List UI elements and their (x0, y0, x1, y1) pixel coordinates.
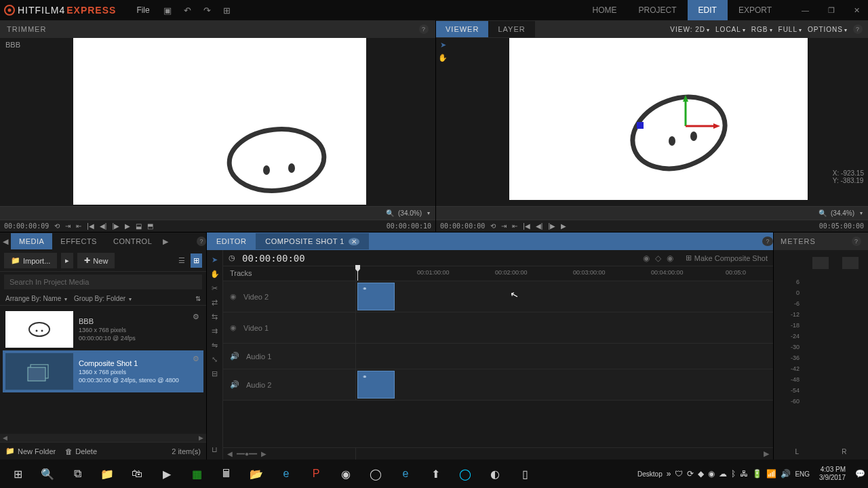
hand-tool-icon[interactable]: ✋ (438, 54, 448, 62)
tray-app1-icon[interactable]: ◆ (698, 469, 704, 479)
viewer-zoom-value[interactable]: (34.4%) (831, 209, 854, 217)
tl-snap-tool-icon[interactable]: ⊟ (212, 369, 218, 378)
trimmer-zoom-chevron-icon[interactable]: ▾ (427, 210, 430, 216)
video-app-icon[interactable]: ▶ (152, 462, 182, 486)
viewer-prev-icon[interactable]: |◀ (523, 222, 530, 230)
delete-button[interactable]: 🗑 Delete (65, 447, 97, 455)
track-visibility-icon[interactable]: ◉ (230, 323, 237, 332)
meters-help-icon[interactable]: ? (852, 237, 861, 246)
close-tab-icon[interactable]: ✕ (349, 238, 360, 245)
tab-project[interactable]: PROJECT (628, 0, 688, 20)
tray-clock[interactable]: 4:03 PM 3/9/2017 (814, 466, 851, 482)
media-scroll-left-icon[interactable]: ◀ (3, 434, 7, 441)
new-button[interactable]: ✚ New (77, 253, 115, 268)
trimmer-tc-right[interactable]: 00:00:00:10 (387, 222, 431, 230)
tray-sync-icon[interactable]: ⟳ (687, 469, 694, 479)
thumb-view-icon[interactable]: ⊞ (191, 253, 202, 268)
sort-dir-icon[interactable]: ⇅ (195, 295, 201, 302)
timeline-ruler[interactable]: 00:01:00:00 00:02:00:00 00:03:00:00 00:0… (356, 266, 773, 281)
media-item-bbb[interactable]: BBB 1360 x 768 pixels 00:00:00:10 @ 24fp… (3, 308, 203, 350)
track-lane[interactable]: ⚭ (356, 281, 773, 312)
track-name[interactable]: Audio 1 (246, 352, 271, 361)
tl-zoom-out-icon[interactable]: ◀ (227, 450, 233, 458)
tl-slip-tool-icon[interactable]: ⇄ (212, 298, 218, 307)
playhead[interactable] (357, 266, 358, 281)
trimmer-stepfwd-icon[interactable]: |▶ (112, 222, 119, 230)
tab-edit[interactable]: EDIT (688, 0, 728, 20)
media-item-gear-icon[interactable]: ⚙ (191, 353, 201, 365)
trimmer-prev-icon[interactable]: |◀ (87, 222, 94, 230)
select-tool-icon[interactable]: ➤ (440, 41, 446, 49)
folder-icon[interactable]: 📂 (241, 462, 271, 486)
viewer-loop-icon[interactable]: ⟲ (490, 222, 496, 230)
trimmer-zoom-search-icon[interactable]: 🔍 (386, 209, 394, 217)
desktop-toolbar[interactable]: Desktop (637, 470, 663, 478)
prev-key-icon[interactable]: ◉ (643, 253, 650, 263)
editor-tab[interactable]: EDITOR (207, 233, 256, 249)
trimmer-loop-icon[interactable]: ⟲ (54, 222, 60, 230)
clip[interactable]: ⚭ (357, 371, 395, 399)
track-lane[interactable] (356, 344, 773, 369)
media-scroll-right-icon[interactable]: ▶ (199, 434, 203, 441)
trimmer-out-icon[interactable]: ⇤ (76, 222, 81, 230)
trimmer-overlay-icon[interactable]: ⬒ (147, 222, 153, 230)
app-icon[interactable]: ◐ (480, 462, 510, 486)
viewer-help-icon[interactable]: ? (853, 24, 863, 34)
store-icon[interactable]: 🛍 (122, 462, 152, 486)
undo-icon[interactable]: ↶ (184, 5, 191, 16)
tray-lang[interactable]: ENG (795, 470, 810, 478)
tl-slice-tool-icon[interactable]: ✂ (212, 284, 218, 293)
cortana-icon[interactable]: ◯ (450, 462, 480, 486)
redo-icon[interactable]: ↷ (203, 5, 211, 16)
trimmer-tc-left[interactable]: 00:00:00:09 (4, 222, 49, 230)
save-icon[interactable]: ▣ (163, 5, 172, 16)
edge-icon[interactable]: e (271, 462, 301, 486)
viewer-zoom-chevron-icon[interactable]: ▾ (860, 210, 863, 216)
trimmer-play-icon[interactable]: ▶ (125, 222, 130, 230)
trimmer-stepback-icon[interactable]: ◀| (100, 222, 107, 230)
up-icon[interactable]: ⬆ (420, 462, 450, 486)
viewer-zoom-search-icon[interactable]: 🔍 (818, 209, 827, 217)
viewer-tc-left[interactable]: 00:00:00:00 (440, 222, 485, 230)
tray-net-icon[interactable]: 🖧 (740, 469, 748, 479)
viewer-tc-right[interactable]: 00:05:00:00 (819, 222, 864, 230)
arrange-dropdown[interactable]: Arrange By: Name ▾ (5, 295, 67, 302)
viewer-tab[interactable]: VIEWER (436, 21, 488, 37)
start-button[interactable]: ⊞ (3, 462, 33, 486)
media-tabs-right-icon[interactable]: ▶ (160, 237, 171, 246)
trimmer-in-icon[interactable]: ⇥ (65, 222, 71, 230)
tl-ripple-tool-icon[interactable]: ⇉ (212, 327, 218, 336)
viewer-stepback-icon[interactable]: ◀| (536, 222, 543, 230)
quality-dropdown[interactable]: FULL▾ (778, 26, 802, 33)
control-tab[interactable]: CONTROL (105, 233, 160, 249)
media-item-gear-icon[interactable]: ⚙ (191, 311, 201, 323)
obs-icon[interactable]: ◉ (331, 462, 361, 486)
explorer-icon[interactable]: 📁 (92, 462, 122, 486)
maximize-icon[interactable]: ❐ (823, 3, 840, 18)
view-mode-dropdown[interactable]: VIEW: 2D▾ (670, 26, 710, 33)
next-key-icon[interactable]: ◉ (667, 253, 673, 263)
search-icon[interactable]: 🔍 (33, 462, 62, 486)
tl-zoom-slider[interactable]: ━━●━━ (237, 450, 257, 458)
tl-hand-tool-icon[interactable]: ✋ (210, 270, 220, 279)
trimmer-canvas[interactable] (73, 38, 366, 205)
viewer-stepfwd-icon[interactable]: |▶ (548, 222, 555, 230)
list-view-icon[interactable]: ☰ (176, 253, 188, 268)
taskview-icon[interactable]: ⧉ (62, 462, 92, 486)
import-more-button[interactable]: ▸ (61, 253, 73, 268)
media-help-icon[interactable]: ? (197, 237, 206, 246)
trimmer-help-icon[interactable]: ? (419, 24, 429, 34)
track-visibility-icon[interactable]: ◉ (230, 292, 237, 301)
ppt-icon[interactable]: P (301, 462, 331, 486)
tray-vol-icon[interactable]: 🔊 (781, 469, 791, 479)
effects-tab[interactable]: EFFECTS (52, 233, 105, 249)
tray-wifi-icon[interactable]: 📶 (766, 469, 776, 479)
track-mute-icon[interactable]: 🔊 (230, 352, 239, 361)
menu-file[interactable]: File (136, 5, 149, 15)
track-name[interactable]: Video 2 (243, 293, 269, 301)
tl-zoom-in-icon[interactable]: ▶ (261, 450, 267, 458)
comp-tab[interactable]: COMPOSITE SHOT 1✕ (256, 233, 369, 249)
tray-battery-icon[interactable]: 🔋 (752, 469, 762, 479)
tray-app2-icon[interactable]: ◉ (708, 469, 715, 479)
tl-select-tool-icon[interactable]: ➤ (212, 256, 218, 264)
